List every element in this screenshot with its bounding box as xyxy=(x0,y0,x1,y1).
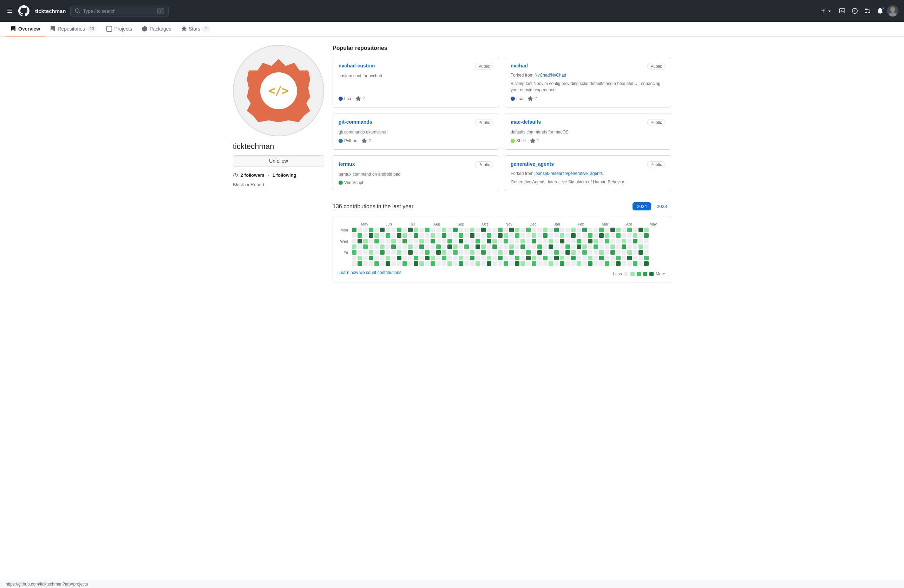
contrib-cell[interactable] xyxy=(459,228,463,232)
contrib-cell[interactable] xyxy=(391,228,396,232)
contrib-cell[interactable] xyxy=(644,239,649,243)
contrib-cell[interactable] xyxy=(408,228,412,232)
contrib-cell[interactable] xyxy=(627,228,632,232)
contrib-cell[interactable] xyxy=(391,233,396,238)
contrib-cell[interactable] xyxy=(622,228,626,232)
contrib-cell[interactable] xyxy=(447,250,452,254)
contrib-cell[interactable] xyxy=(633,261,637,266)
contrib-cell[interactable] xyxy=(526,228,531,232)
contrib-cell[interactable] xyxy=(599,228,604,232)
contrib-cell[interactable] xyxy=(391,250,396,254)
contrib-cell[interactable] xyxy=(369,233,373,238)
repo-name[interactable]: generative_agents xyxy=(510,161,554,167)
contrib-cell[interactable] xyxy=(492,233,497,238)
contrib-cell[interactable] xyxy=(605,250,609,254)
repo-name[interactable]: nvchad-custom xyxy=(338,63,375,68)
contrib-cell[interactable] xyxy=(447,233,452,238)
contrib-cell[interactable] xyxy=(453,228,458,232)
contrib-cell[interactable] xyxy=(470,245,474,249)
contrib-cell[interactable] xyxy=(487,250,492,254)
contrib-cell[interactable] xyxy=(571,250,575,254)
contrib-cell[interactable] xyxy=(357,233,362,238)
contrib-cell[interactable] xyxy=(599,261,604,266)
contrib-cell[interactable] xyxy=(464,233,469,238)
contrib-cell[interactable] xyxy=(582,233,587,238)
tab-stars[interactable]: Stars 1 xyxy=(176,22,215,36)
contrib-cell[interactable] xyxy=(363,256,368,260)
contrib-cell[interactable] xyxy=(537,233,542,238)
contrib-cell[interactable] xyxy=(554,228,559,232)
contrib-cell[interactable] xyxy=(622,250,626,254)
contrib-cell[interactable] xyxy=(605,256,609,260)
contrib-cell[interactable] xyxy=(566,261,570,266)
contrib-cell[interactable] xyxy=(481,245,486,249)
contrib-cell[interactable] xyxy=(363,228,368,232)
contrib-cell[interactable] xyxy=(386,228,390,232)
contrib-cell[interactable] xyxy=(375,250,379,254)
contrib-cell[interactable] xyxy=(532,256,536,260)
contrib-cell[interactable] xyxy=(594,233,598,238)
tab-projects[interactable]: Projects xyxy=(101,22,137,36)
contrib-cell[interactable] xyxy=(566,256,570,260)
contrib-cell[interactable] xyxy=(633,233,637,238)
contrib-cell[interactable] xyxy=(616,239,621,243)
contrib-cell[interactable] xyxy=(363,250,368,254)
contrib-cell[interactable] xyxy=(447,239,452,243)
repo-name[interactable]: nvchad xyxy=(510,63,528,68)
contrib-cell[interactable] xyxy=(470,261,474,266)
contrib-cell[interactable] xyxy=(436,245,441,249)
contrib-cell[interactable] xyxy=(644,245,649,249)
contrib-cell[interactable] xyxy=(375,261,379,266)
contrib-cell[interactable] xyxy=(375,256,379,260)
contrib-cell[interactable] xyxy=(543,239,547,243)
contrib-cell[interactable] xyxy=(594,239,598,243)
contrib-cell[interactable] xyxy=(582,256,587,260)
repo-name[interactable]: git-commands xyxy=(338,119,372,125)
contrib-cell[interactable] xyxy=(616,250,621,254)
contrib-cell[interactable] xyxy=(515,250,520,254)
contrib-cell[interactable] xyxy=(633,250,637,254)
contrib-cell[interactable] xyxy=(571,239,575,243)
contrib-cell[interactable] xyxy=(622,245,626,249)
contrib-cell[interactable] xyxy=(638,261,643,266)
contrib-cell[interactable] xyxy=(380,233,384,238)
contrib-cell[interactable] xyxy=(459,239,463,243)
contrib-cell[interactable] xyxy=(397,261,401,266)
contrib-cell[interactable] xyxy=(548,250,553,254)
contrib-cell[interactable] xyxy=(431,256,435,260)
contrib-cell[interactable] xyxy=(520,250,525,254)
contrib-cell[interactable] xyxy=(526,250,531,254)
contrib-cell[interactable] xyxy=(504,261,508,266)
year-2024-button[interactable]: 2024 xyxy=(632,202,651,210)
contrib-cell[interactable] xyxy=(498,239,503,243)
contrib-cell[interactable] xyxy=(380,228,384,232)
repo-name[interactable]: termux xyxy=(338,161,355,167)
contrib-cell[interactable] xyxy=(498,261,503,266)
contrib-cell[interactable] xyxy=(504,228,508,232)
contrib-cell[interactable] xyxy=(357,239,362,243)
contrib-cell[interactable] xyxy=(599,245,604,249)
contrib-cell[interactable] xyxy=(605,228,609,232)
contrib-cell[interactable] xyxy=(610,239,615,243)
contrib-cell[interactable] xyxy=(470,250,474,254)
contrib-cell[interactable] xyxy=(537,250,542,254)
contrib-cell[interactable] xyxy=(633,228,637,232)
contrib-cell[interactable] xyxy=(605,245,609,249)
contrib-cell[interactable] xyxy=(588,228,593,232)
contrib-cell[interactable] xyxy=(453,261,458,266)
contrib-cell[interactable] xyxy=(363,233,368,238)
contrib-cell[interactable] xyxy=(504,245,508,249)
contrib-cell[interactable] xyxy=(532,239,536,243)
contrib-cell[interactable] xyxy=(369,245,373,249)
contrib-cell[interactable] xyxy=(447,245,452,249)
contrib-cell[interactable] xyxy=(594,261,598,266)
contrib-cell[interactable] xyxy=(560,239,564,243)
contrib-cell[interactable] xyxy=(605,233,609,238)
contrib-cell[interactable] xyxy=(397,233,401,238)
contrib-cell[interactable] xyxy=(588,250,593,254)
contrib-cell[interactable] xyxy=(476,256,480,260)
contrib-cell[interactable] xyxy=(459,245,463,249)
contrib-cell[interactable] xyxy=(554,239,559,243)
contrib-cell[interactable] xyxy=(380,245,384,249)
contrib-cell[interactable] xyxy=(403,233,407,238)
